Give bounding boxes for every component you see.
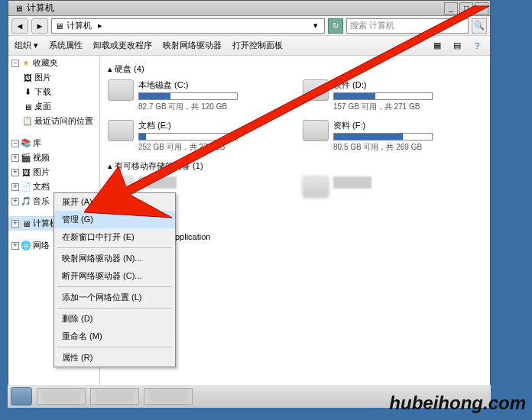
close-button[interactable]: × [475,2,488,15]
start-button[interactable] [11,387,32,405]
sidebar-item-recent[interactable]: 📋最近访问的位置 [8,114,99,128]
computer-icon: 🖥 [55,21,63,31]
drive-f[interactable]: 资料 (F:) 80.5 GB 可用，共 269 GB [303,120,482,153]
ctx-open[interactable]: 展开 (A) [54,193,175,211]
drive-icon [108,79,134,101]
nav-bar: ◄ ► 🖥 计算机 ▸ ▾ ↻ 搜索 计算机 🔍 [8,16,490,36]
forward-button[interactable]: ► [31,18,48,34]
taskbar-item[interactable] [144,388,193,405]
titlebar: 🖥 计算机 _ □ × [8,1,490,16]
sidebar-item-lib-pictures[interactable]: +🖼图片 [8,165,99,179]
taskbar-item[interactable] [90,388,139,405]
collapse-icon[interactable]: − [11,60,19,67]
map-drive-button[interactable]: 映射网络驱动器 [163,40,222,51]
drive-e[interactable]: 文档 (E:) 252 GB 可用，共 271 GB [108,120,287,153]
control-panel-button[interactable]: 打开控制面板 [232,40,283,51]
libraries-node[interactable]: −📚库 [8,136,99,150]
watermark: hubeihong.com [389,393,526,414]
expand-icon[interactable]: + [11,198,19,205]
drives-section-header[interactable]: ▴ 硬盘 (4) [108,63,482,75]
refresh-button[interactable]: ↻ [328,18,343,34]
collapse-icon[interactable]: − [11,140,19,147]
ctx-disconnect[interactable]: 断开网络驱动器 (C)... [54,267,175,285]
removable-device[interactable] [303,176,482,198]
expand-icon[interactable]: + [11,154,19,162]
computer-icon: 🖥 [13,3,24,14]
uninstall-button[interactable]: 卸载或更改程序 [93,40,152,51]
help-icon[interactable]: ? [470,39,484,53]
address-text: 计算机 [66,20,92,31]
ctx-properties[interactable]: 属性 (R) [54,349,175,367]
expand-icon[interactable]: + [11,220,19,228]
window-title: 计算机 [27,2,444,15]
expand-icon[interactable]: + [11,169,19,176]
organize-menu[interactable]: 组织 ▾ [15,40,38,51]
favorites-node[interactable]: −★收藏夹 [8,56,99,70]
ctx-delete[interactable]: 删除 (D) [54,310,175,328]
ctx-new-window[interactable]: 在新窗口中打开 (E) [54,228,175,246]
sidebar-item-downloads[interactable]: ⬇下载 [8,85,99,99]
taskbar-item[interactable] [37,388,86,405]
sidebar-item-videos[interactable]: +🎬视频 [8,150,99,165]
sidebar-item-pictures[interactable]: 🖼图片 [8,70,99,85]
drive-icon [303,79,329,101]
back-button[interactable]: ◄ [11,18,28,34]
removable-section-header[interactable]: ▴ 有可移动存储的设备 (1) [108,160,482,172]
chevron-right-icon[interactable]: ▸ [95,21,105,31]
minimize-button[interactable]: _ [444,2,458,15]
drive-icon [108,120,134,141]
ctx-rename[interactable]: 重命名 (M) [54,328,175,345]
address-bar[interactable]: 🖥 计算机 ▸ ▾ [51,18,325,34]
expand-icon[interactable]: + [11,242,19,250]
drive-c[interactable]: 本地磁盘 (C:) 82.7 GB 可用，共 120 GB [108,79,287,112]
system-properties-button[interactable]: 系统属性 [49,40,83,51]
toolbar: 组织 ▾ 系统属性 卸载或更改程序 映射网络驱动器 打开控制面板 ▦ ▤ ? [8,36,490,56]
search-input[interactable]: 搜索 计算机 [346,18,469,34]
preview-pane-icon[interactable]: ▤ [450,39,464,53]
context-menu: 展开 (A) 管理 (G) 在新窗口中打开 (E) 映射网络驱动器 (N)...… [54,192,176,367]
expand-icon[interactable]: + [11,183,19,191]
drive-d[interactable]: 软件 (D:) 157 GB 可用，共 271 GB [303,79,482,112]
view-icon[interactable]: ▦ [430,39,444,53]
ctx-map-drive[interactable]: 映射网络驱动器 (N)... [54,250,175,267]
drive-icon [303,176,329,198]
search-button[interactable]: 🔍 [472,18,487,34]
search-placeholder: 搜索 计算机 [350,20,394,31]
sidebar-item-desktop[interactable]: 🖥桌面 [8,99,99,114]
maximize-button[interactable]: □ [459,2,473,15]
ctx-add-location[interactable]: 添加一个网络位置 (L) [54,289,175,306]
dropdown-icon[interactable]: ▾ [310,21,321,31]
drive-icon [303,120,329,141]
ctx-manage[interactable]: 管理 (G) [54,211,175,228]
